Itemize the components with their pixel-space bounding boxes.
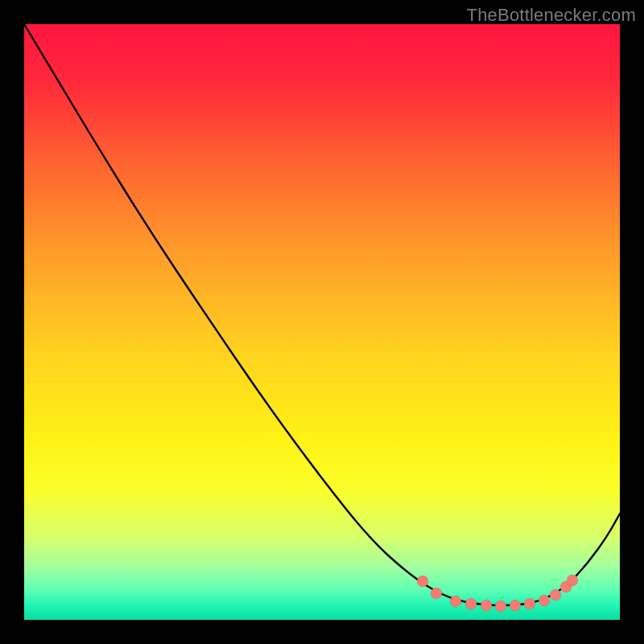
data-marker	[417, 576, 428, 587]
data-marker	[450, 596, 461, 607]
data-marker	[431, 588, 442, 599]
data-marker	[481, 600, 492, 611]
data-marker	[550, 589, 561, 601]
data-marker	[510, 600, 521, 611]
chart-frame	[24, 24, 620, 620]
data-marker	[524, 598, 535, 609]
data-marker	[495, 601, 506, 612]
chart-svg	[24, 24, 620, 620]
data-marker	[539, 595, 550, 606]
watermark-text: TheBottlenecker.com	[467, 5, 636, 26]
data-marker	[567, 575, 578, 586]
data-marker	[465, 598, 477, 609]
gradient-background	[24, 24, 620, 620]
